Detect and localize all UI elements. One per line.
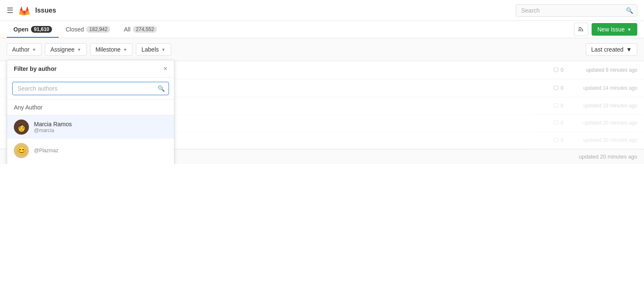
tab-bar: Open 91,610 Closed 182,942 All 274,552 N… xyxy=(0,21,644,38)
popup-search-container: 🔍 xyxy=(7,78,174,100)
tab-all-label: All xyxy=(124,26,130,33)
author-filter-dropdown[interactable]: Author ▼ xyxy=(7,43,42,56)
issue-updated: updated 14 minutes ago xyxy=(570,85,637,91)
author-search-icon: 🔍 xyxy=(158,85,165,92)
bottom-bar-updated: updated 20 minutes ago xyxy=(579,153,638,160)
assignee-filter-dropdown[interactable]: Assignee ▼ xyxy=(45,43,87,56)
issue-comment-count: 0 xyxy=(553,137,564,143)
sort-dropdown-container: Last created ▼ xyxy=(586,43,637,56)
svg-point-0 xyxy=(578,30,579,31)
issue-right: 0updated 14 minutes ago xyxy=(553,85,637,91)
comment-icon xyxy=(553,103,559,109)
issue-comment-count: 0 xyxy=(553,120,564,126)
milestone-filter-dropdown[interactable]: Milestone ▼ xyxy=(90,43,133,56)
milestone-chevron-icon: ▼ xyxy=(123,47,127,52)
tab-all-count: 274,552 xyxy=(133,26,157,33)
any-author-option[interactable]: Any Author xyxy=(7,100,174,115)
author-item[interactable]: 🔑@rukimeshito xyxy=(7,162,174,164)
new-issue-button[interactable]: New Issue ▼ xyxy=(592,23,637,36)
header-left: ☰ Issues xyxy=(7,5,56,16)
author-avatar: 😊 xyxy=(14,143,29,158)
filter-bar: Author ▼ Assignee ▼ Milestone ▼ Labels ▼… xyxy=(0,38,644,61)
author-name: Marcia Ramos xyxy=(34,121,72,127)
labels-filter-dropdown[interactable]: Labels ▼ xyxy=(136,43,171,56)
rss-button[interactable] xyxy=(574,23,588,36)
issue-updated: updated 19 minutes ago xyxy=(570,103,637,109)
author-handle: @marcia xyxy=(34,127,72,133)
issue-updated: updated 20 minutes ago xyxy=(570,120,637,126)
tab-open-count: 91,610 xyxy=(31,26,52,33)
search-icon: 🔍 xyxy=(626,7,633,14)
comment-icon xyxy=(553,137,559,143)
hamburger-icon[interactable]: ☰ xyxy=(7,6,13,15)
author-info: @Plazmaz xyxy=(34,148,58,153)
tab-bar-right: New Issue ▼ xyxy=(574,23,637,36)
issue-right: 0updated 20 minutes ago xyxy=(553,137,637,143)
popup-title: Filter by author xyxy=(14,65,57,72)
search-input[interactable] xyxy=(516,4,637,17)
issue-updated: updated 20 minutes ago xyxy=(570,137,637,143)
new-issue-label: New Issue xyxy=(597,26,625,33)
sort-dropdown[interactable]: Last created ▼ xyxy=(586,43,637,56)
author-item[interactable]: 👩Marcia Ramos@marcia xyxy=(7,115,174,139)
issue-right: 0updated 9 minutes ago xyxy=(553,67,637,73)
popup-header: Filter by author × xyxy=(7,60,174,78)
tab-closed[interactable]: Closed 182,942 xyxy=(59,21,117,38)
issue-comment-count: 0 xyxy=(553,103,564,109)
popup-close-button[interactable]: × xyxy=(164,65,167,72)
assignee-chevron-icon: ▼ xyxy=(77,47,81,52)
gitlab-logo xyxy=(18,5,30,16)
issue-right: 0updated 19 minutes ago xyxy=(553,103,637,109)
assignee-filter-label: Assignee xyxy=(50,46,75,53)
author-search-input[interactable] xyxy=(12,82,169,95)
author-avatar: 👩 xyxy=(14,120,29,135)
header: ☰ Issues 🔍 xyxy=(0,0,644,21)
header-title: Issues xyxy=(35,7,56,14)
header-search: 🔍 xyxy=(516,4,637,17)
tab-closed-count: 182,942 xyxy=(86,26,110,33)
issue-comment-count: 0 xyxy=(553,67,564,73)
issue-right: 0updated 20 minutes ago xyxy=(553,120,637,126)
issue-updated: updated 9 minutes ago xyxy=(570,67,637,73)
author-filter-popup: Filter by author × 🔍 Any Author 👩Marcia … xyxy=(7,60,174,164)
new-issue-chevron-icon: ▼ xyxy=(627,27,631,32)
rss-icon xyxy=(578,25,584,32)
milestone-filter-label: Milestone xyxy=(96,46,121,53)
comment-icon xyxy=(553,120,559,126)
author-item[interactable]: 😊@Plazmaz xyxy=(7,139,174,162)
author-chevron-icon: ▼ xyxy=(32,47,36,52)
labels-filter-label: Labels xyxy=(141,46,158,53)
tab-open-label: Open xyxy=(13,26,29,33)
author-list: 👩Marcia Ramos@marcia😊@Plazmaz🔑@rukimeshi… xyxy=(7,115,174,164)
author-filter-label: Author xyxy=(12,46,29,53)
labels-chevron-icon: ▼ xyxy=(161,47,166,52)
sort-label: Last created xyxy=(591,46,623,53)
issue-comment-count: 0 xyxy=(553,85,564,91)
tab-closed-label: Closed xyxy=(65,26,84,33)
comment-icon xyxy=(553,67,559,73)
sort-chevron-icon: ▼ xyxy=(626,46,632,53)
comment-icon xyxy=(553,85,559,91)
tab-all[interactable]: All 274,552 xyxy=(117,21,164,38)
tab-open[interactable]: Open 91,610 xyxy=(7,21,59,38)
author-handle: @Plazmaz xyxy=(34,148,58,153)
author-info: Marcia Ramos@marcia xyxy=(34,121,72,133)
